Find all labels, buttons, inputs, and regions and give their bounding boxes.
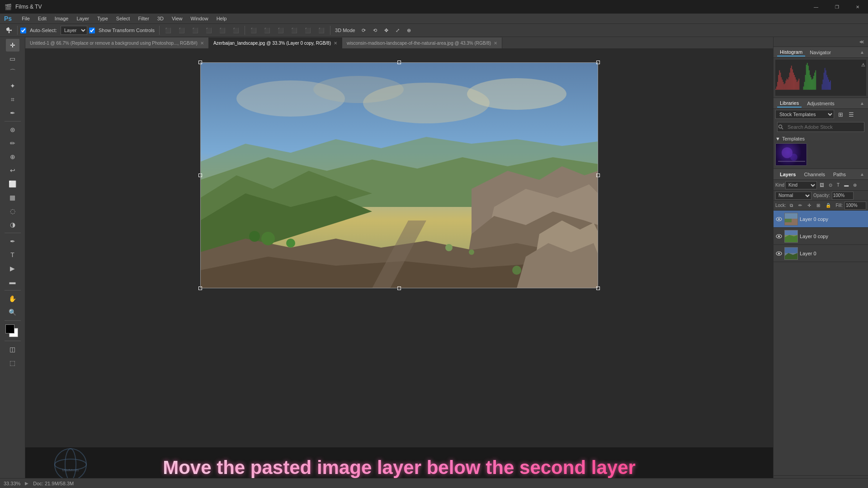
type-tool[interactable]: T [6,249,19,261]
dodge-tool[interactable]: ◑ [6,218,19,231]
libraries-collapse[interactable]: ▲ [860,101,864,106]
maximize-button[interactable]: ❐ [826,0,847,14]
opacity-input[interactable] [832,192,854,200]
menu-window[interactable]: Window [187,15,212,22]
tab-azerbaijan[interactable]: Azerbaijan_landscape.jpg @ 33.3% (Layer … [209,38,342,48]
handle-mid-left[interactable] [198,174,202,177]
3d-slide-btn[interactable]: ⤢ [393,25,402,35]
histogram-collapse[interactable]: ▲ [860,50,864,55]
show-transform-checkbox[interactable] [89,28,95,33]
eraser-tool[interactable]: ⬜ [6,178,19,190]
align-left-btn[interactable]: ⬛ [203,25,215,35]
lock-trans-btn[interactable]: ⧉ [788,202,795,210]
tab-untitled-close[interactable]: ✕ [200,41,204,46]
layer-item-2[interactable]: Layer 0 [774,245,868,262]
move-tool-btn[interactable] [3,25,14,35]
layer-vis-1[interactable] [775,233,783,240]
tab-azerbaijan-close[interactable]: ✕ [334,41,337,46]
layer-vis-2[interactable] [775,250,783,257]
blend-mode-select[interactable]: Normal Multiply Screen Overlay [775,192,811,200]
align-hc-btn[interactable]: ⬛ [217,25,228,35]
clone-tool[interactable]: ⊕ [6,150,19,163]
screen-mode-btn[interactable]: ⬚ [6,357,19,369]
rect-select-tool[interactable]: ▭ [6,52,19,65]
lock-image-btn[interactable]: ✏ [797,202,804,210]
spot-heal-tool[interactable]: ⊛ [6,123,19,136]
window-controls[interactable]: — ❐ ✕ [806,0,868,14]
dist-btn-6[interactable]: ⬛ [316,25,327,35]
layer-vis-0[interactable] [775,216,783,223]
layer-item-1[interactable]: Layer 0 copy [774,228,868,245]
menu-select[interactable]: Select [113,15,134,22]
filter-shape-btn[interactable]: ▬ [842,181,850,189]
menu-layer[interactable]: Layer [73,15,93,22]
close-button[interactable]: ✕ [847,0,868,14]
3d-pan-btn[interactable]: ✥ [382,25,391,35]
filter-pixel-btn[interactable]: 🖼 [818,181,826,189]
path-select-tool[interactable]: ▶ [6,262,19,275]
layers-tab[interactable]: Layers [777,171,798,178]
crop-tool[interactable]: ⌗ [6,93,19,106]
foreground-color-swatch[interactable] [5,324,14,333]
brush-tool[interactable]: ✏ [6,137,19,150]
align-bot-btn[interactable]: ⬛ [189,25,201,35]
handle-top-left[interactable] [198,61,202,64]
kind-select[interactable]: Kind [785,181,817,189]
handle-top-right[interactable] [596,61,600,64]
auto-select-checkbox[interactable] [20,28,26,33]
status-arrow[interactable]: ▶ [25,481,28,486]
history-brush-tool[interactable]: ↩ [6,164,19,177]
libraries-grid-btn[interactable]: ⊞ [836,110,845,119]
3d-roll-btn[interactable]: ⟲ [370,25,380,35]
dist-btn-2[interactable]: ⬛ [261,25,273,35]
pen-tool[interactable]: ✒ [6,235,19,248]
magic-wand-tool[interactable]: ✦ [6,80,19,92]
libraries-search-input[interactable] [777,122,864,132]
align-top-btn[interactable]: ⬛ [162,25,174,35]
align-right-btn[interactable]: ⬛ [230,25,242,35]
menu-3d[interactable]: 3D [154,15,167,22]
handle-bot-mid[interactable] [397,286,401,290]
tab-wisconsin-close[interactable]: ✕ [494,41,497,46]
panel-expand-btn[interactable]: ≪ [857,38,866,47]
menu-image[interactable]: Image [51,15,72,22]
layer-select[interactable]: Layer Group [61,26,87,35]
handle-mid-right[interactable] [596,174,600,177]
tab-untitled[interactable]: Untitled-1 @ 66.7% (Replace or remove a … [25,38,209,48]
zoom-tool[interactable]: 🔍 [6,306,19,319]
lock-art-btn[interactable]: ⊞ [815,202,822,210]
libraries-dropdown[interactable]: Stock Templates [775,110,834,119]
libraries-tab[interactable]: Libraries [777,99,802,108]
handle-bot-left[interactable] [198,286,202,290]
lasso-tool[interactable]: ⌒ [6,66,19,79]
tab-wisconsin[interactable]: wisconsin-madison-landscape-of-the-natur… [342,38,502,48]
layer-item-0[interactable]: Layer 0 copy [774,211,868,228]
menu-edit[interactable]: Edit [34,15,50,22]
minimize-button[interactable]: — [806,0,826,14]
adjustments-tab[interactable]: Adjustments [804,100,837,107]
handle-top-mid[interactable] [397,61,401,64]
color-swatches[interactable] [5,324,21,339]
lock-all-btn[interactable]: 🔒 [824,202,833,210]
menu-type[interactable]: Type [94,15,112,22]
align-vc-btn[interactable]: ⬛ [176,25,188,35]
filter-adj-btn[interactable]: ⊙ [827,181,834,189]
hand-tool[interactable]: ✋ [6,292,19,305]
blur-tool[interactable]: ◌ [6,205,19,217]
dist-btn-5[interactable]: ⬛ [302,25,314,35]
histogram-tab[interactable]: Histogram [777,48,805,56]
layers-panel-collapse[interactable]: ▲ [860,172,864,177]
menu-view[interactable]: View [168,15,186,22]
gradient-tool[interactable]: ▦ [6,191,19,204]
eyedropper-tool[interactable]: ✒ [6,107,19,119]
libraries-list-btn[interactable]: ☰ [847,110,856,119]
menu-filter[interactable]: Filter [134,15,152,22]
shape-tool[interactable]: ▬ [6,276,19,288]
menu-file[interactable]: File [18,15,33,22]
quick-mask-btn[interactable]: ◫ [6,343,19,356]
lock-pos-btn[interactable]: ✛ [806,202,813,210]
filter-smart-btn[interactable]: ⊛ [851,181,859,189]
channels-tab[interactable]: Channels [801,171,827,178]
menu-help[interactable]: Help [213,15,231,22]
3d-orbit-btn[interactable]: ⟳ [359,25,368,35]
